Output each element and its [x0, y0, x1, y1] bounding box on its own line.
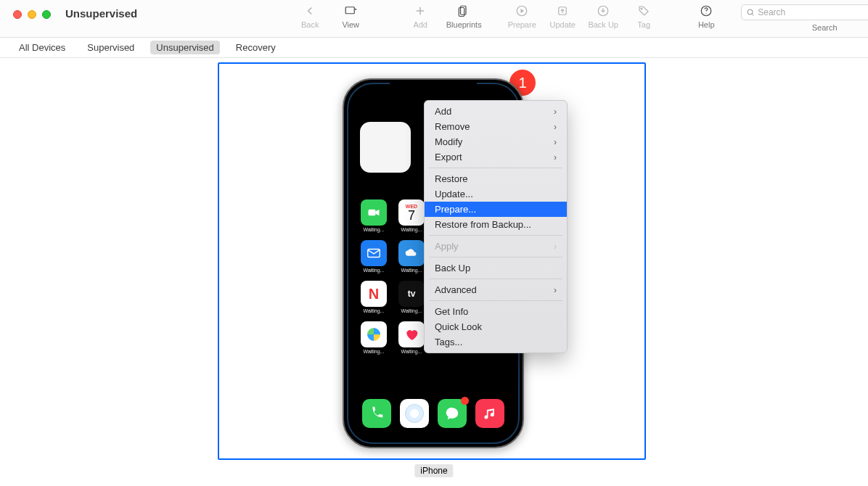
svg-point-13 — [706, 13, 707, 14]
menu-apply: Apply› — [425, 239, 567, 254]
menu-separator — [429, 235, 562, 236]
menu-tags[interactable]: Tags... — [425, 334, 567, 350]
menu-prepare[interactable]: Prepare... — [425, 202, 567, 217]
menu-export[interactable]: Export› — [425, 149, 567, 165]
update-button[interactable]: Update — [542, 4, 583, 36]
device-context-menu: Add› Remove› Modify› Export› Restore Upd… — [424, 100, 568, 353]
weather-icon — [398, 240, 425, 266]
tv-text: tv — [408, 289, 416, 299]
filter-supervised[interactable]: Supervised — [81, 41, 140, 54]
plus-icon — [414, 4, 427, 17]
search-input[interactable] — [758, 7, 868, 17]
menu-add[interactable]: Add› — [425, 104, 567, 119]
device-selection[interactable]: 1 Waiting... WED 7 Waiting... — [218, 62, 646, 460]
app-mail: Waiting... — [359, 240, 389, 281]
tag-icon — [637, 4, 650, 17]
device-caption[interactable]: iPhone — [414, 464, 453, 477]
menu-label: Prepare... — [435, 204, 476, 215]
app-facetime: Waiting... — [359, 199, 389, 240]
menu-get-info[interactable]: Get Info — [425, 304, 567, 319]
menu-restore-from-backup[interactable]: Restore from Backup... — [425, 217, 567, 232]
phone-dock — [355, 393, 512, 434]
tv-icon: tv — [398, 281, 425, 307]
help-icon — [700, 4, 713, 17]
blueprints-icon — [457, 4, 470, 17]
search-field[interactable] — [741, 4, 868, 20]
filter-all-devices[interactable]: All Devices — [13, 41, 71, 54]
blueprints-button[interactable]: Blueprints — [441, 4, 487, 36]
svg-rect-0 — [345, 7, 354, 14]
back-button[interactable]: Back — [290, 4, 330, 36]
menu-remove[interactable]: Remove› — [425, 119, 567, 134]
filter-unsupervised[interactable]: Unsupervised — [150, 41, 220, 54]
close-window-button[interactable] — [13, 10, 22, 19]
calendar-date: 7 — [408, 209, 415, 222]
add-button[interactable]: Add — [400, 4, 441, 36]
search-label: Search — [812, 23, 838, 32]
app-label: Waiting... — [364, 308, 385, 313]
prepare-icon — [515, 4, 528, 17]
menu-advanced[interactable]: Advanced› — [425, 282, 567, 297]
minimize-window-button[interactable] — [28, 10, 36, 19]
help-button[interactable]: Help — [686, 4, 726, 36]
blueprints-label: Blueprints — [446, 20, 482, 29]
calendar-icon: WED 7 — [398, 199, 425, 226]
menu-label: Update... — [435, 189, 473, 199]
phone-app-icon — [362, 399, 391, 428]
device-browser: 1 Waiting... WED 7 Waiting... — [0, 58, 868, 486]
app-label: Waiting... — [364, 349, 385, 354]
app-label: Waiting... — [401, 308, 422, 313]
music-icon — [475, 399, 504, 428]
app-news: N Waiting... — [359, 281, 389, 321]
app-label: Waiting... — [401, 349, 422, 354]
chevron-right-icon: › — [554, 285, 557, 295]
filter-recovery[interactable]: Recovery — [230, 41, 282, 54]
view-button[interactable]: View — [330, 4, 371, 36]
tag-button[interactable]: Tag — [623, 4, 664, 36]
facetime-icon — [361, 199, 387, 226]
menu-modify[interactable]: Modify› — [425, 134, 567, 149]
menu-label: Back Up — [435, 263, 470, 273]
menu-separator — [429, 168, 562, 168]
chevron-left-icon — [303, 4, 316, 17]
svg-rect-18 — [368, 250, 380, 258]
app-label: Waiting... — [401, 227, 422, 232]
prepare-label: Prepare — [508, 20, 536, 29]
chevron-right-icon: › — [554, 152, 557, 162]
news-icon: N — [361, 281, 387, 307]
svg-point-14 — [748, 9, 753, 15]
add-label: Add — [413, 20, 427, 29]
health-icon — [398, 321, 425, 347]
menu-label: Apply — [435, 241, 459, 252]
menu-update[interactable]: Update... — [425, 186, 567, 202]
menu-separator — [429, 257, 562, 258]
backup-button[interactable]: Back Up — [583, 4, 623, 36]
menu-restore[interactable]: Restore — [425, 171, 567, 186]
chevron-right-icon: › — [554, 137, 557, 147]
svg-rect-16 — [369, 210, 376, 215]
app-label: Waiting... — [364, 227, 385, 232]
messages-icon — [438, 399, 467, 428]
prepare-button[interactable]: Prepare — [501, 4, 542, 36]
svg-point-11 — [641, 8, 642, 9]
window-controls — [6, 0, 51, 19]
menu-back-up[interactable]: Back Up — [425, 260, 567, 276]
menu-quick-look[interactable]: Quick Look — [425, 319, 567, 334]
app-label: Waiting... — [401, 268, 422, 273]
chevron-right-icon: › — [554, 242, 557, 252]
mail-icon — [361, 240, 387, 266]
home-app-grid: Waiting... WED 7 Waiting... Waiting... — [359, 199, 427, 362]
menu-label: Modify — [435, 136, 462, 147]
safari-icon — [400, 399, 429, 428]
window-title: Unsupervised — [51, 0, 137, 20]
search-container: Search — [741, 4, 868, 32]
zoom-window-button[interactable] — [42, 10, 51, 19]
maps-icon — [361, 321, 387, 347]
view-icon — [344, 4, 357, 17]
menu-label: Restore — [435, 173, 468, 184]
menu-label: Add — [435, 106, 451, 117]
phone-notch — [390, 80, 477, 96]
backup-icon — [597, 4, 610, 17]
chevron-right-icon: › — [554, 107, 557, 117]
home-widget — [360, 122, 411, 173]
